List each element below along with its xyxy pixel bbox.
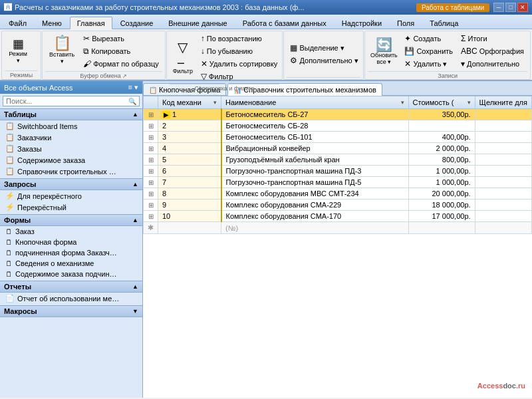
mode-button[interactable]: ▦ Режим▾ <box>5 36 31 66</box>
code-cell[interactable]: 8 <box>158 188 221 200</box>
expand-cell[interactable]: ⊞ <box>144 154 158 166</box>
table-row[interactable]: ⊞ 8 Комплекс оборудования МВС СМТ-234 20… <box>144 188 532 200</box>
table-row[interactable]: ⊞ 9 Комплекс оборудования СМА-229 18 000… <box>144 200 532 211</box>
filter-small-button[interactable]: ▽ Фильтр <box>198 70 281 82</box>
tables-section-header[interactable]: Таблицы ▲ <box>0 108 142 120</box>
expand-cell[interactable]: ⊞ <box>144 132 158 143</box>
table-row[interactable]: ⊞ 3 Бетоносмеситель СБ-101 400,00р. <box>144 132 532 143</box>
extra-cell[interactable] <box>475 109 531 120</box>
nav-item-customers[interactable]: 📋 Заказчики <box>0 132 142 143</box>
nav-item-form-switch[interactable]: 🗒 Кнопочная форма <box>0 237 142 247</box>
expand-cell[interactable]: ⊞ <box>144 200 158 211</box>
expand-cell[interactable]: ⊞ <box>144 177 158 188</box>
extra-cell[interactable] <box>475 143 531 154</box>
remove-sort-button[interactable]: ✕ Удалить сортировку <box>198 58 281 70</box>
forms-section-header[interactable]: Формы ▲ <box>0 214 142 226</box>
name-col-header[interactable]: Наименование ▾ <box>221 96 409 109</box>
extra-cell[interactable] <box>475 154 531 166</box>
nav-item-orders[interactable]: 📋 Заказы <box>0 143 142 154</box>
maximize-button[interactable]: □ <box>505 3 516 12</box>
price-cell[interactable]: 800,00р. <box>408 154 475 166</box>
price-col-header[interactable]: Стоимость ( ▾ <box>408 96 475 109</box>
price-cell[interactable]: 350,00р. <box>408 109 475 120</box>
code-cell[interactable]: 2 <box>158 120 221 132</box>
new-row-id[interactable] <box>158 222 221 234</box>
nav-item-form-order[interactable]: 🗒 Заказ <box>0 226 142 237</box>
selection-button[interactable]: ▦ Выделение ▾ <box>287 42 361 54</box>
close-button[interactable]: ✕ <box>517 3 528 12</box>
nav-item-query1[interactable]: ⚡ Для перекрёстного <box>0 190 142 201</box>
new-row-extra[interactable] <box>475 222 531 234</box>
extra-cell[interactable] <box>475 120 531 132</box>
code-cell[interactable]: ▶ 1 <box>158 109 221 120</box>
name-cell[interactable]: Комплекс оборудования МВС СМТ-234 <box>221 188 409 200</box>
format-painter-button[interactable]: 🖌 Формат по образцу <box>80 58 162 70</box>
price-cell[interactable] <box>408 120 475 132</box>
filter-button[interactable]: ▽━━ Фильтр <box>170 39 196 76</box>
paste-button[interactable]: 📋 Вставить▾ <box>45 33 78 70</box>
expand-cell[interactable]: ⊞ <box>144 120 158 132</box>
click-col-header[interactable]: Щелкните для <box>475 96 531 109</box>
code-cell[interactable]: 4 <box>158 143 221 154</box>
price-cell[interactable]: 20 000,00р. <box>408 188 475 200</box>
name-cell[interactable]: Бетоносмеситель СБ-101 <box>221 132 409 143</box>
nav-item-query2[interactable]: ⚡ Перекрёстный <box>0 201 142 213</box>
name-cell[interactable]: Комплекс оборудования СМА-229 <box>221 200 409 211</box>
extra-cell[interactable] <box>475 177 531 188</box>
nav-item-form-order-content[interactable]: 🗒 Содержимое заказа подчин… <box>0 269 142 279</box>
table-row[interactable]: ⊞ ▶ 1 Бетоносмеситель СБ-27 350,00р. <box>144 109 532 120</box>
ribbon-tab-поля[interactable]: Поля <box>390 17 422 29</box>
table-row[interactable]: ⊞ 7 Погрузочно-транспортная машина ПД-5 … <box>144 177 532 188</box>
table-row[interactable]: ⊞ 5 Грузоподъёмный кабельный кран 800,00… <box>144 154 532 166</box>
advanced-button[interactable]: ⚙ Дополнительно ▾ <box>287 55 361 66</box>
name-cell[interactable]: Бетоносмеситель СБ-27 <box>221 109 409 120</box>
code-col-header[interactable]: Код механи ▾ <box>158 96 221 109</box>
price-cell[interactable]: 1 000,00р. <box>408 166 475 177</box>
sort-desc-button[interactable]: ↓ По убыванию <box>198 45 281 57</box>
ribbon-tab-создание[interactable]: Создание <box>113 17 161 29</box>
create-button[interactable]: ✦ Создать <box>401 33 456 45</box>
code-cell[interactable]: 6 <box>158 166 221 177</box>
view-options-icon[interactable]: ≡ ▾ <box>128 83 138 92</box>
ribbon-tab-меню[interactable]: Меню <box>35 17 69 29</box>
price-cell[interactable]: 1 000,00р. <box>408 177 475 188</box>
ribbon-tab-таблица[interactable]: Таблица <box>422 17 466 29</box>
extra-cell[interactable] <box>475 211 531 222</box>
expand-cell[interactable]: ⊞ <box>144 211 158 222</box>
nav-item-form-sub[interactable]: 🗒 подчиненная форма Заказч… <box>0 247 142 258</box>
nav-item-reference[interactable]: 📋 Справочник строительных … <box>0 166 142 177</box>
search-input[interactable] <box>6 97 128 105</box>
sort-asc-button[interactable]: ↑ По возрастанию <box>198 33 281 45</box>
name-cell[interactable]: Грузоподъёмный кабельный кран <box>221 154 409 166</box>
name-cell[interactable]: Вибрационный конвейер <box>221 143 409 154</box>
table-row[interactable]: ⊞ 2 Бетоносмеситель СБ-28 <box>144 120 532 132</box>
code-cell[interactable]: 3 <box>158 132 221 143</box>
save-button[interactable]: 💾 Сохранить <box>401 45 456 57</box>
extra-cell[interactable] <box>475 188 531 200</box>
ribbon-tab-внешниеданные[interactable]: Внешние данные <box>161 17 234 29</box>
extra-cell[interactable] <box>475 200 531 211</box>
minimize-button[interactable]: ─ <box>493 3 504 12</box>
totals-button[interactable]: Σ Итоги <box>458 33 527 45</box>
name-cell[interactable]: Бетоносмеситель СБ-28 <box>221 120 409 132</box>
nav-item-form-mech[interactable]: 🗒 Сведения о механизме <box>0 258 142 269</box>
refresh-button[interactable]: 🔄 Обновитьвсе ▾ <box>368 36 400 67</box>
spelling-button[interactable]: ABC Орфография <box>458 45 527 57</box>
extra-cell[interactable] <box>475 166 531 177</box>
expand-cell[interactable]: ⊞ <box>144 109 158 120</box>
delete-button[interactable]: ✕ Удалить ▾ <box>401 58 456 70</box>
expand-cell[interactable]: ⊞ <box>144 166 158 177</box>
cut-button[interactable]: ✂ Вырезать <box>80 33 162 45</box>
additional-button[interactable]: ▾ Дополнительно <box>458 58 527 70</box>
code-cell[interactable]: 9 <box>158 200 221 211</box>
price-cell[interactable]: 2 000,00р. <box>408 143 475 154</box>
price-cell[interactable]: 400,00р. <box>408 132 475 143</box>
ribbon-tab-надстройки[interactable]: Надстройки <box>334 17 389 29</box>
nav-item-switchboard[interactable]: 📋 Switchboard Items <box>0 120 142 132</box>
new-row-price[interactable] <box>408 222 475 234</box>
new-row[interactable]: ✱ (№) <box>144 222 532 234</box>
price-cell[interactable]: 17 000,00р. <box>408 211 475 222</box>
new-row-label[interactable]: (№) <box>221 222 409 234</box>
extra-cell[interactable] <box>475 132 531 143</box>
ribbon-tab-файл[interactable]: Файл <box>1 17 34 29</box>
